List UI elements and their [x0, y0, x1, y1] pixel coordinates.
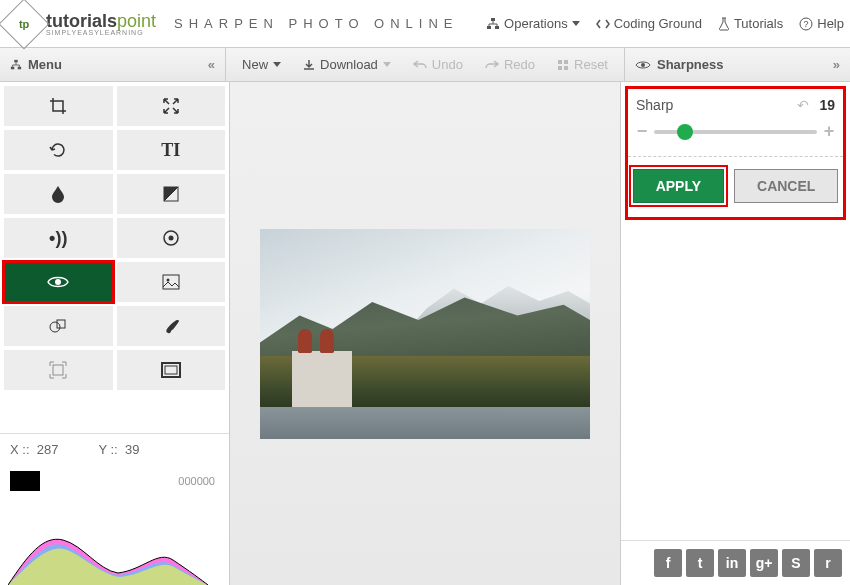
apply-button[interactable]: APPLY: [633, 169, 724, 203]
svg-rect-5: [14, 59, 17, 62]
redo-icon: [485, 59, 499, 71]
collapse-left-icon[interactable]: «: [208, 57, 215, 72]
canvas-area[interactable]: [230, 82, 620, 585]
slider-minus[interactable]: −: [636, 121, 648, 142]
param-label: Sharp: [636, 97, 673, 113]
focus-icon: [49, 361, 67, 379]
tool-target[interactable]: [117, 218, 226, 258]
slider-track[interactable]: [654, 130, 817, 134]
menu-label: Menu: [28, 57, 62, 72]
tool-shapes[interactable]: [4, 306, 113, 346]
tool-crop[interactable]: [4, 86, 113, 126]
tool-rotate[interactable]: [4, 130, 113, 170]
page-title: SHARPEN PHOTO ONLINE: [174, 16, 458, 31]
svg-rect-0: [491, 18, 495, 21]
histogram-curve: [8, 515, 208, 585]
eye-icon: [47, 275, 69, 289]
toolbar: Menu « New Download Undo Redo Reset Shar…: [0, 48, 850, 82]
svg-rect-20: [57, 320, 65, 328]
tool-brush[interactable]: [117, 306, 226, 346]
tool-focus[interactable]: [4, 350, 113, 390]
shapes-overlap-icon: [49, 318, 67, 334]
header: tp tutorialspoint SIMPLYEASYLEARNING SHA…: [0, 0, 850, 48]
share-stumble[interactable]: S: [782, 549, 810, 577]
svg-rect-6: [11, 66, 14, 69]
tool-exposure[interactable]: [117, 174, 226, 214]
share-linkedin[interactable]: in: [718, 549, 746, 577]
eye-icon: [635, 60, 651, 70]
svg-rect-9: [564, 60, 568, 64]
cancel-button[interactable]: CANCEL: [734, 169, 838, 203]
nav-help[interactable]: ? Help: [799, 16, 844, 31]
text-icon: TI: [161, 140, 180, 161]
svg-point-16: [55, 279, 61, 285]
crop-icon: [49, 97, 67, 115]
sharpness-controls: Sharp ↶ 19 − + APPLY CANCEL: [625, 86, 846, 220]
canvas-image: [260, 229, 590, 439]
droplet-icon: [51, 185, 65, 203]
reset-button[interactable]: Reset: [547, 48, 618, 82]
target-icon: [163, 230, 179, 246]
nav-tutorials[interactable]: Tutorials: [718, 16, 783, 31]
share-bar: f t in g+ S r: [621, 540, 850, 585]
nav-operations[interactable]: Operations: [486, 16, 580, 31]
svg-point-15: [168, 236, 173, 241]
slider-thumb[interactable]: [677, 124, 693, 140]
svg-rect-17: [163, 275, 179, 289]
frame-icon: [161, 362, 181, 378]
svg-point-18: [166, 279, 169, 282]
svg-text:?: ?: [804, 19, 809, 29]
download-icon: [303, 59, 315, 71]
new-button[interactable]: New: [232, 48, 291, 82]
grid-icon: [557, 59, 569, 71]
svg-rect-1: [487, 26, 491, 29]
brush-icon: [163, 318, 179, 334]
tool-vibration[interactable]: •)): [4, 218, 113, 258]
undo-icon: [413, 59, 427, 71]
brand-logo[interactable]: tp tutorialspoint SIMPLYEASYLEARNING: [6, 6, 156, 42]
tool-droplet[interactable]: [4, 174, 113, 214]
color-readout: 000000: [178, 475, 215, 487]
share-twitter[interactable]: t: [686, 549, 714, 577]
tool-text[interactable]: TI: [117, 130, 226, 170]
toolbar-menu-section: Menu «: [0, 48, 226, 81]
sitemap-icon: [486, 17, 500, 31]
vibration-icon: •)): [49, 228, 67, 249]
svg-rect-2: [495, 26, 499, 29]
brand-subtitle: SIMPLYEASYLEARNING: [46, 29, 156, 36]
svg-point-19: [50, 322, 60, 332]
chevron-down-icon: [572, 21, 580, 26]
image-icon: [162, 274, 180, 290]
redo-button[interactable]: Redo: [475, 48, 545, 82]
toolbar-panel-section: Sharpness »: [624, 48, 850, 81]
slider-plus[interactable]: +: [823, 121, 835, 142]
code-icon: [596, 18, 610, 30]
share-googleplus[interactable]: g+: [750, 549, 778, 577]
panel-title: Sharpness: [657, 57, 723, 72]
chevron-down-icon: [383, 62, 391, 67]
exposure-icon: [163, 186, 179, 202]
sharp-slider[interactable]: − +: [636, 121, 835, 142]
tool-sharpness[interactable]: [4, 262, 113, 302]
svg-rect-11: [564, 66, 568, 70]
sitemap-icon: [10, 59, 22, 71]
tool-frame[interactable]: [117, 350, 226, 390]
param-value: 19: [819, 97, 835, 113]
nav-coding-ground[interactable]: Coding Ground: [596, 16, 702, 31]
svg-rect-8: [558, 60, 562, 64]
share-facebook[interactable]: f: [654, 549, 682, 577]
toolbar-actions: New Download Undo Redo Reset: [226, 48, 624, 81]
revert-icon[interactable]: ↶: [797, 97, 809, 113]
color-swatch: [10, 471, 40, 491]
download-button[interactable]: Download: [293, 48, 401, 82]
tool-expand[interactable]: [117, 86, 226, 126]
coord-y: 39: [125, 442, 139, 457]
properties-panel: Sharp ↶ 19 − + APPLY CANCEL f t in g+ S: [620, 82, 850, 585]
coord-x: 287: [37, 442, 59, 457]
header-nav: Operations Coding Ground Tutorials ? Hel…: [486, 16, 844, 31]
collapse-right-icon[interactable]: »: [833, 57, 840, 72]
share-reddit[interactable]: r: [814, 549, 842, 577]
tool-image[interactable]: [117, 262, 226, 302]
undo-button[interactable]: Undo: [403, 48, 473, 82]
tool-palette: TI •)): [0, 82, 229, 394]
